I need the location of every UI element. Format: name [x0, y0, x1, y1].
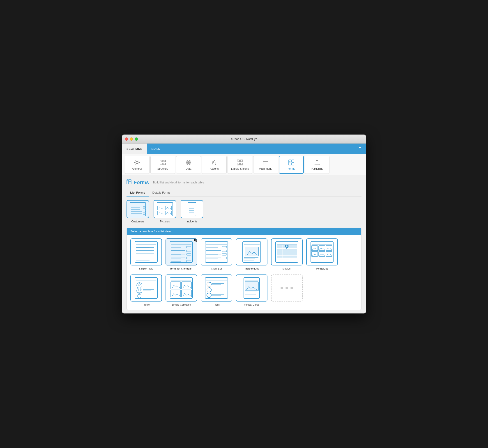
svg-point-135 [138, 283, 140, 286]
photo-list-label: PhotoList [316, 267, 328, 270]
vertical-cards-mockup [239, 277, 264, 299]
toolbar-actions[interactable]: Actions [202, 156, 227, 174]
simple-table-card [130, 238, 162, 265]
svg-point-142 [138, 294, 141, 298]
template-photo-list[interactable]: PhotoList [306, 238, 338, 270]
nav-spacer [165, 144, 354, 154]
map-list-mockup [275, 241, 299, 263]
template-header: Select a template for a list view [127, 228, 361, 235]
template-client-list[interactable]: Client List [201, 238, 232, 270]
svg-rect-28 [315, 164, 319, 165]
tasks-card [201, 274, 232, 302]
tasks-label: Tasks [213, 303, 220, 306]
svg-rect-98 [222, 250, 227, 252]
svg-rect-62 [135, 241, 157, 263]
profile-label: Profile [143, 303, 149, 306]
template-custom[interactable] [271, 274, 303, 306]
toolbar-labels-icons[interactable]: Labels & Icons [228, 156, 252, 174]
svg-rect-5 [163, 163, 165, 165]
template-tasks[interactable]: Tasks [201, 274, 232, 306]
template-form-list-clientlist[interactable]: form-list-ClientList [165, 238, 197, 270]
incident-list-card [236, 238, 268, 265]
svg-rect-126 [311, 246, 318, 251]
template-simple-collection[interactable]: Simple Collection [165, 274, 197, 306]
close-button[interactable] [125, 137, 128, 141]
toolbar-data-label: Data [186, 167, 191, 170]
gear-icon [134, 159, 140, 166]
profile-card [130, 274, 162, 302]
template-incident-list[interactable]: IncidentList [236, 238, 268, 270]
nav-build[interactable]: BUILD [147, 144, 165, 154]
svg-rect-54 [165, 211, 172, 215]
window-title: 4D for iOS: NotifEye [231, 137, 257, 141]
toolbar-main-menu[interactable]: Main Menu [253, 156, 278, 174]
toolbar-labels-icons-label: Labels & Icons [231, 167, 249, 170]
incidents-label: Incidents [187, 220, 197, 223]
svg-rect-78 [187, 246, 191, 248]
labels-icons-icon [236, 159, 243, 166]
page-subtitle: Build list and detail forms for each tab… [153, 181, 204, 184]
template-simple-table[interactable]: Simple Table [130, 238, 162, 270]
toolbar-main-menu-label: Main Menu [259, 167, 272, 170]
content-area: Forms Build list and detail forms for ea… [122, 176, 366, 313]
svg-rect-145 [170, 277, 193, 299]
minimize-button[interactable] [130, 137, 133, 141]
pictures-mockup [156, 202, 174, 216]
publishing-icon [314, 159, 320, 166]
toolbar-general[interactable]: General [125, 156, 149, 174]
touch-icon [211, 159, 218, 166]
svg-rect-51 [158, 206, 164, 210]
table-item-incidents[interactable]: Incidents [181, 200, 203, 223]
app-window: 4D for iOS: NotifEye SECTIONS BUILD Gene… [122, 135, 366, 313]
svg-rect-104 [222, 257, 227, 259]
template-profile[interactable]: Profile [130, 274, 162, 306]
template-grid-wrapper: Simple Table [127, 235, 361, 310]
toolbar-structure[interactable]: Structure [150, 156, 175, 174]
template-map-list[interactable]: MapList [271, 238, 303, 270]
traffic-lights [125, 137, 138, 141]
table-item-customers[interactable]: Customers [127, 200, 149, 223]
svg-rect-0 [358, 150, 362, 150]
svg-rect-46 [143, 209, 145, 210]
client-list-mockup [204, 241, 229, 263]
svg-rect-2 [160, 160, 162, 162]
upload-button[interactable] [354, 144, 366, 154]
svg-point-139 [138, 289, 140, 291]
svg-rect-21 [289, 160, 291, 165]
toolbar-publishing-label: Publishing [311, 167, 323, 170]
tasks-mockup [204, 277, 229, 299]
dot-2 [285, 287, 288, 289]
svg-rect-17 [263, 160, 268, 165]
incidents-icon [181, 200, 203, 218]
svg-rect-131 [326, 251, 332, 256]
dot-1 [281, 287, 283, 289]
svg-rect-87 [187, 257, 191, 259]
svg-rect-33 [129, 180, 131, 182]
incident-list-label: IncidentList [245, 267, 259, 270]
toolbar-forms-label: Forms [287, 167, 295, 170]
map-list-label: MapList [283, 267, 291, 270]
clientlist-card [165, 238, 197, 265]
template-row-1: Simple Table [130, 238, 358, 270]
template-vertical-cards[interactable]: Vertical Cards [236, 274, 268, 306]
svg-rect-90 [187, 260, 191, 262]
svg-rect-52 [165, 206, 172, 210]
svg-rect-4 [160, 163, 162, 165]
tab-details-forms[interactable]: Details Forms [149, 189, 174, 197]
toolbar-publishing[interactable]: Publishing [305, 156, 329, 174]
svg-rect-84 [187, 254, 191, 255]
nav-sections[interactable]: SECTIONS [122, 144, 147, 154]
svg-rect-91 [205, 241, 228, 263]
svg-rect-81 [187, 250, 191, 252]
svg-rect-128 [326, 246, 332, 251]
toolbar-forms[interactable]: Forms [279, 156, 304, 174]
simple-table-label: Simple Table [139, 267, 153, 270]
toolbar-data[interactable]: Data [176, 156, 201, 174]
template-row-2: Profile [130, 274, 358, 306]
svg-rect-95 [222, 246, 227, 248]
maximize-button[interactable] [135, 137, 138, 141]
tab-list-forms[interactable]: List Forms [127, 189, 149, 197]
toolbar-general-label: General [132, 167, 142, 170]
svg-rect-127 [319, 246, 325, 251]
table-item-pictures[interactable]: Pictures [154, 200, 176, 223]
